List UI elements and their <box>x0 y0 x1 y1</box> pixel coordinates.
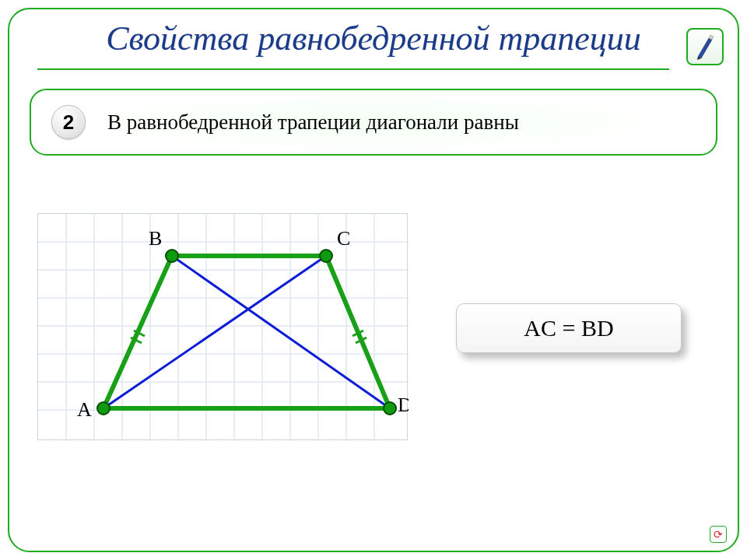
svg-point-25 <box>320 250 332 262</box>
refresh-button[interactable]: ⟳ <box>710 526 727 543</box>
statement-text: В равнобедренной трапеции диагонали равн… <box>107 110 519 135</box>
trapezoid-diagram: A B C D <box>37 213 408 440</box>
label-b: B <box>149 227 162 250</box>
svg-point-23 <box>97 402 110 415</box>
slide-frame: Свойства равнобедренной трапеции 2 В рав… <box>8 8 739 552</box>
label-d: D <box>398 394 409 416</box>
page-title: Свойства равнобедренной трапеции <box>9 19 738 58</box>
label-c: C <box>337 227 350 250</box>
svg-point-24 <box>166 250 178 262</box>
refresh-icon: ⟳ <box>714 528 723 541</box>
title-underline <box>37 68 669 70</box>
statement-box: 2 В равнобедренной трапеции диагонали ра… <box>30 89 717 156</box>
label-a: A <box>77 398 92 421</box>
svg-point-26 <box>384 402 396 415</box>
equation-box: AC = BD <box>456 303 682 353</box>
pen-icon <box>693 33 717 60</box>
pen-tool-button[interactable] <box>686 28 724 65</box>
trapezoid-shape <box>103 256 390 408</box>
vertex-points <box>97 250 396 415</box>
statement-number-badge: 2 <box>51 105 86 139</box>
equation-text: AC = BD <box>524 315 613 341</box>
statement-number: 2 <box>63 110 74 135</box>
